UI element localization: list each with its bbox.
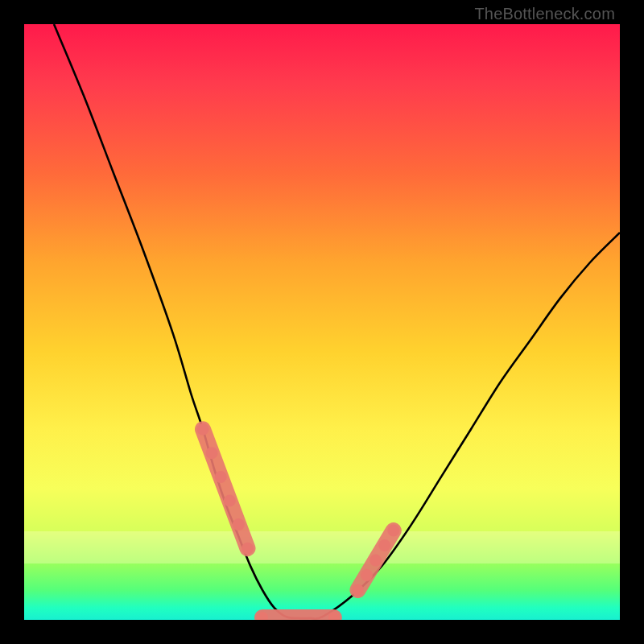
marker-pill	[203, 429, 248, 548]
marker-dot	[361, 569, 373, 581]
marker-dot	[378, 539, 390, 551]
marker-dot	[215, 471, 227, 483]
watermark-text: TheBottleneck.com	[474, 5, 615, 23]
marker-dot	[352, 584, 364, 597]
marker-dot	[387, 525, 399, 537]
marker-dot	[206, 447, 218, 459]
chart-svg	[24, 24, 620, 620]
chart-frame	[24, 24, 620, 620]
curve-layer	[54, 24, 620, 619]
marker-dot	[242, 543, 254, 555]
marker-dot	[369, 555, 382, 567]
marker-dot	[197, 423, 209, 436]
marker-layer	[197, 423, 400, 620]
marker-dot	[233, 518, 245, 530]
marker-dot	[224, 495, 236, 507]
bottleneck-curve	[54, 24, 620, 619]
